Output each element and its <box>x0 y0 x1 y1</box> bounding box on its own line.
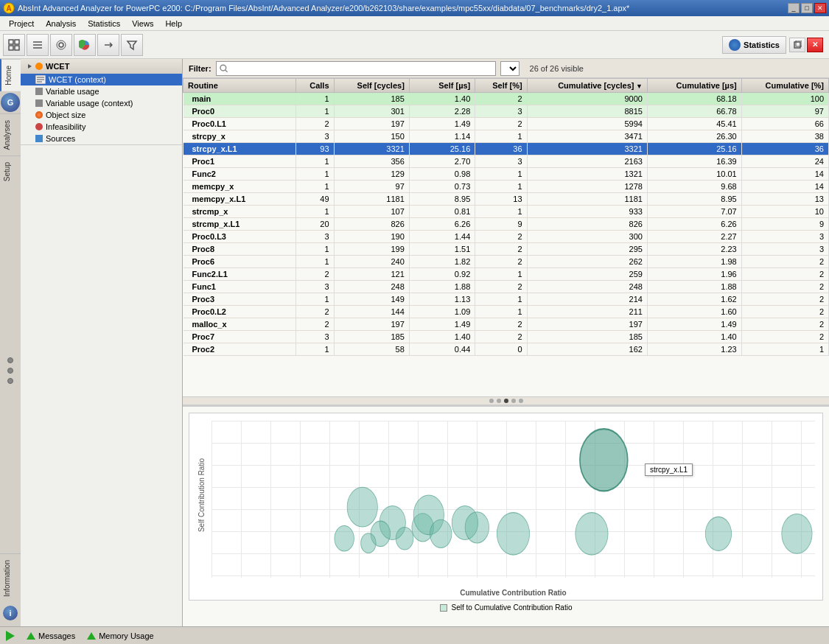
filter-dropdown[interactable] <box>500 61 520 76</box>
close-button[interactable]: ✕ <box>814 3 826 13</box>
svg-text:A: A <box>6 4 11 13</box>
panel-close-button[interactable]: ✕ <box>807 38 823 52</box>
table-row[interactable]: Proc0.L221441.0912111.602 <box>183 306 829 318</box>
panel-item-object-size[interactable]: Object size <box>21 109 182 121</box>
bubble-b5[interactable] <box>335 525 354 551</box>
toolbar: Statistics ✕ <box>0 31 829 59</box>
restore-button[interactable] <box>789 38 805 52</box>
wcet-header[interactable]: WCET <box>21 59 182 74</box>
col-calls[interactable]: Calls <box>296 79 334 93</box>
panel-item-sources[interactable]: Sources <box>21 133 182 144</box>
menu-bar: Project Analysis Statistics Views Help <box>0 16 829 31</box>
tab-setup[interactable]: Setup <box>0 155 21 187</box>
bubble-b13[interactable] <box>576 513 608 556</box>
col-cum-cycles[interactable]: Cumulative [cycles] <box>527 79 647 93</box>
bubble-b7[interactable] <box>361 533 377 553</box>
toolbar-btn-arrow[interactable] <box>97 34 119 56</box>
menu-analysis[interactable]: Analysis <box>40 18 82 29</box>
panel-item-variable-usage-context[interactable]: Variable usage (context) <box>21 97 182 109</box>
maximize-button[interactable]: □ <box>801 3 813 13</box>
bubble-b12[interactable] <box>497 513 529 556</box>
cell-1: 1 <box>296 155 334 168</box>
menu-views[interactable]: Views <box>126 18 159 29</box>
cell-1: 3 <box>296 331 334 343</box>
menu-project[interactable]: Project <box>3 18 40 29</box>
scroll-dots <box>183 396 829 405</box>
bubble-b6[interactable] <box>396 527 413 550</box>
toolbar-btn-grid[interactable] <box>3 34 25 56</box>
toolbar-btn-settings[interactable] <box>50 34 72 56</box>
panel-item-wcet-context[interactable]: WCET (context) <box>21 74 182 85</box>
window-ctrl-buttons: ✕ <box>789 38 823 52</box>
variable-usage-ctx-label: Variable usage (context) <box>46 99 133 108</box>
bubble-b1[interactable] <box>347 487 377 527</box>
col-self-us[interactable]: Self [µs] <box>409 79 475 93</box>
info-circle-icon[interactable]: i <box>3 606 18 620</box>
table-row[interactable]: strcpy_x31501.141347126.3038 <box>183 130 829 143</box>
tab-analyses[interactable]: Analyses <box>0 113 21 156</box>
col-self-pct[interactable]: Self [%] <box>475 79 527 93</box>
cell-5: 3321 <box>527 143 647 155</box>
statistics-button[interactable]: Statistics <box>722 36 786 54</box>
messages-icon <box>27 632 35 640</box>
cell-2: 150 <box>334 130 409 143</box>
bubble-b10[interactable] <box>430 519 451 547</box>
cell-1: 93 <box>296 143 334 155</box>
wcet-context-icon <box>35 75 46 84</box>
play-button[interactable] <box>6 631 15 641</box>
cell-5: 295 <box>527 243 647 256</box>
filter-input[interactable] <box>228 64 492 73</box>
table-row[interactable]: strcmp_x11070.8119337.0710 <box>183 206 829 218</box>
nav-dot-2[interactable] <box>7 368 13 374</box>
table-row[interactable]: Proc113562.703216316.3924 <box>183 155 829 168</box>
table-row[interactable]: Proc0.L121971.492599445.4166 <box>183 118 829 130</box>
col-self-cycles[interactable]: Self [cycles] <box>334 79 409 93</box>
tab-information[interactable]: Information <box>0 553 21 603</box>
cell-5: 162 <box>527 343 647 356</box>
table-body: main11851.402900068.18100Proc013012.2838… <box>183 93 829 356</box>
toolbar-btn-funnel[interactable] <box>121 34 143 56</box>
nav-dot-1[interactable] <box>7 357 13 363</box>
table-row[interactable]: Func211290.981132110.0114 <box>183 168 829 181</box>
cell-0: Func2 <box>183 168 296 181</box>
toolbar-btn-list[interactable] <box>27 34 49 56</box>
table-row[interactable]: memcpy_x1970.73112789.6814 <box>183 181 829 193</box>
scroll-dot-active <box>504 399 508 403</box>
chart-container[interactable]: Self Contribution Ratio strcpy_x.L1 Cumu… <box>189 413 823 601</box>
bubble-b11[interactable] <box>465 512 489 543</box>
col-cum-us[interactable]: Cumulative [µs] <box>647 79 741 93</box>
table-row[interactable]: Func132481.8822481.882 <box>183 281 829 293</box>
col-routine[interactable]: Routine <box>183 79 296 93</box>
absint-logo[interactable]: G <box>1 93 20 112</box>
panel-item-infeasibility[interactable]: Infeasibility <box>21 121 182 133</box>
bubble-b14[interactable] <box>705 517 731 550</box>
tab-home[interactable]: Home <box>0 59 21 91</box>
col-cum-pct[interactable]: Cumulative [%] <box>741 79 828 93</box>
table-row[interactable]: Proc0.L331901.4423002.273 <box>183 231 829 243</box>
data-table[interactable]: Routine Calls Self [cycles] Self [µs] Se… <box>183 78 829 396</box>
table-row[interactable]: Proc731851.4021851.402 <box>183 331 829 343</box>
table-row[interactable]: malloc_x21971.4921971.492 <box>183 318 829 331</box>
table-row[interactable]: strcpy_x.L193332125.1636332125.1636 <box>183 143 829 155</box>
bubble-b15[interactable] <box>782 514 812 554</box>
table-row[interactable]: Proc21580.4401621.231 <box>183 343 829 356</box>
cell-0: Proc7 <box>183 331 296 343</box>
table-row[interactable]: Func2.L121210.9212591.962 <box>183 268 829 281</box>
cell-3: 1.09 <box>409 306 475 318</box>
bubble-strcpy_x.L1[interactable] <box>580 429 628 491</box>
table-row[interactable]: strcmp_x.L1208266.2698266.269 <box>183 218 829 231</box>
menu-statistics[interactable]: Statistics <box>82 18 126 29</box>
cell-7: 14 <box>741 181 828 193</box>
table-row[interactable]: main11851.402900068.18100 <box>183 93 829 105</box>
table-row[interactable]: Proc311491.1312141.622 <box>183 293 829 306</box>
nav-dot-3[interactable] <box>7 378 13 384</box>
toolbar-btn-pie[interactable] <box>74 34 96 56</box>
cell-7: 24 <box>741 155 828 168</box>
minimize-button[interactable]: _ <box>788 3 800 13</box>
panel-item-variable-usage[interactable]: Variable usage <box>21 85 182 97</box>
table-row[interactable]: Proc612401.8222621.982 <box>183 256 829 268</box>
menu-help[interactable]: Help <box>159 18 188 29</box>
table-row[interactable]: Proc013012.283881566.7897 <box>183 105 829 118</box>
table-row[interactable]: memcpy_x.L14911818.951311818.9513 <box>183 193 829 206</box>
table-row[interactable]: Proc811991.5122952.233 <box>183 243 829 256</box>
